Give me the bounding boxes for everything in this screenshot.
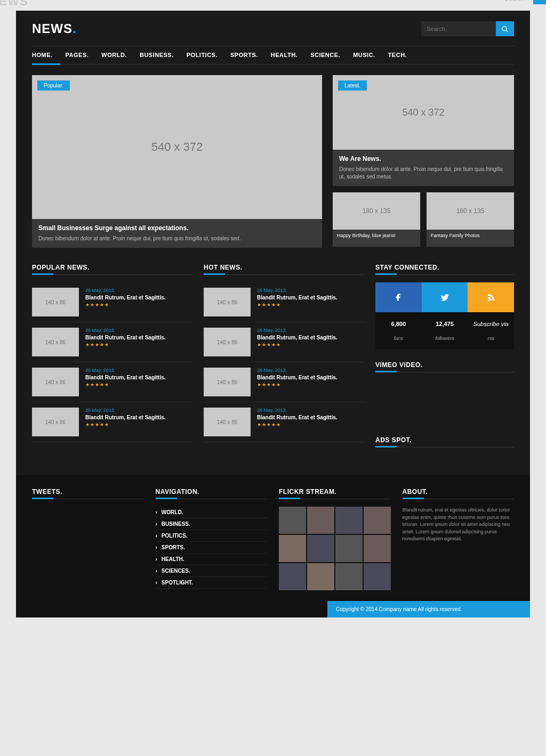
tweets-heading: TWEETS. <box>32 488 144 499</box>
thumb-image: 180 x 135 <box>333 192 420 230</box>
news-thumb: 140 x 86 <box>32 368 79 396</box>
footer-nav-item[interactable]: BUSINESS. <box>156 518 268 530</box>
logo-text: NEWS <box>32 21 73 36</box>
search-input[interactable] <box>421 21 496 36</box>
search-icon <box>501 26 509 33</box>
hero-latest-title: We Are News. <box>339 155 508 162</box>
nav-home[interactable]: HOME. <box>32 46 60 65</box>
popular-news-heading: POPULAR NEWS. <box>32 264 193 275</box>
ads-heading: ADS SPOT. <box>375 436 514 448</box>
flickr-thumb[interactable] <box>279 507 306 534</box>
hot-news-heading: HOT NEWS. <box>204 264 365 275</box>
hero-latest[interactable]: Latest. 540 x 372 We Are News. Donec bib… <box>333 75 514 186</box>
news-rating: ★★★★★ <box>85 422 166 427</box>
hero-latest-desc: Donec bibendum dolor at ante. Proin nequ… <box>339 166 508 181</box>
twitter-icon <box>440 292 449 302</box>
footer-nav-item[interactable]: POLITICS. <box>156 530 268 542</box>
hero-popular[interactable]: Popular. 540 x 372 Small Businesses Surg… <box>32 75 322 248</box>
hero-main-image: 540 x 372 <box>32 75 322 219</box>
news-date: 26 May, 2013. <box>85 368 166 373</box>
flickr-thumb[interactable] <box>307 535 334 562</box>
hero-thumb[interactable]: 180 x 135 Happy Birthday, blue jeans! <box>333 192 420 247</box>
news-date: 26 May, 2013. <box>257 368 338 373</box>
flickr-thumb[interactable] <box>307 507 334 534</box>
footer: TWEETS. NAVIGATION. WORLD. BUSINESS. POL… <box>16 475 530 617</box>
news-item[interactable]: 140 x 8626 May, 2013.Blandit Rutrum, Era… <box>32 282 193 322</box>
news-item[interactable]: 140 x 8626 May, 2013.Blandit Rutrum, Era… <box>204 402 365 442</box>
site-logo[interactable]: NEWS. <box>32 21 77 36</box>
news-date: 26 May, 2013. <box>257 408 338 413</box>
news-rating: ★★★★★ <box>85 302 166 307</box>
footer-about: ABOUT. Blandit rutrum, erat et egestas u… <box>403 488 515 590</box>
footer-nav-item[interactable]: WORLD. <box>156 507 268 518</box>
hot-news-column: HOT NEWS. 140 x 8626 May, 2013.Blandit R… <box>204 264 365 459</box>
news-title: Blandit Rutrum, Erat et Sagittis. <box>257 375 338 380</box>
news-title: Blandit Rutrum, Erat et Sagittis. <box>257 295 338 300</box>
hero-main-title: Small Businesses Surge against all expec… <box>38 224 316 232</box>
nav-science[interactable]: SCIENCE. <box>310 46 348 64</box>
news-rating: ★★★★★ <box>257 382 338 387</box>
ghost-search-button[interactable] <box>533 0 546 4</box>
flickr-thumb[interactable] <box>335 535 363 562</box>
nav-sports[interactable]: SPORTS. <box>230 46 266 64</box>
logo-dot: . <box>73 21 77 36</box>
twitter-button[interactable] <box>422 282 468 312</box>
rss-button[interactable] <box>468 282 514 312</box>
flickr-thumb[interactable] <box>364 563 391 590</box>
footer-nav-item[interactable]: SPORTS. <box>156 542 268 554</box>
nav-tech[interactable]: TECH. <box>388 46 415 64</box>
news-item[interactable]: 140 x 8626 May, 2013.Blandit Rutrum, Era… <box>32 322 193 362</box>
news-item[interactable]: 140 x 8626 May, 2013.Blandit Rutrum, Era… <box>204 282 365 322</box>
news-rating: ★★★★★ <box>257 302 338 307</box>
about-heading: ABOUT. <box>403 488 515 499</box>
search-button[interactable] <box>496 21 514 36</box>
facebook-button[interactable] <box>375 282 422 312</box>
flickr-heading: FLICKR STREAM. <box>279 488 391 499</box>
flickr-thumb[interactable] <box>307 563 334 590</box>
facebook-icon <box>394 292 403 302</box>
news-item[interactable]: 140 x 8626 May, 2013.Blandit Rutrum, Era… <box>204 362 365 402</box>
footer-nav-item[interactable]: HEALTH. <box>156 554 268 565</box>
flickr-thumb[interactable] <box>335 507 363 534</box>
navigation-heading: NAVIGATION. <box>156 488 268 499</box>
news-item[interactable]: 140 x 8626 May, 2013.Blandit Rutrum, Era… <box>32 362 193 402</box>
stay-connected-heading: STAY CONNECTED. <box>375 264 514 275</box>
thumb-image: 180 x 135 <box>427 192 514 230</box>
footer-nav-item[interactable]: SCIENCES. <box>156 565 268 577</box>
news-title: Blandit Rutrum, Erat et Sagittis. <box>257 335 338 340</box>
flickr-thumb[interactable] <box>335 563 363 590</box>
nav-health[interactable]: HEALTH. <box>271 46 305 64</box>
nav-business[interactable]: BUSINESS. <box>140 46 181 64</box>
hero-thumb[interactable]: 180 x 135 Fantasy Family Photos <box>427 192 514 247</box>
nav-world[interactable]: WORLD. <box>101 46 134 64</box>
flickr-thumb[interactable] <box>279 563 306 590</box>
flickr-thumb[interactable] <box>364 507 391 534</box>
news-date: 26 May, 2013. <box>85 408 166 413</box>
news-rating: ★★★★★ <box>257 342 338 347</box>
news-thumb: 140 x 86 <box>204 288 251 316</box>
flickr-thumb[interactable] <box>279 535 306 562</box>
hero-main-desc: Donec bibendum dolor at ante. Proin nequ… <box>38 235 316 242</box>
twitter-stats: 12,475followers <box>422 312 468 349</box>
news-thumb: 140 x 86 <box>204 368 251 396</box>
nav-pages[interactable]: PAGES. <box>66 46 97 64</box>
news-title: Blandit Rutrum, Erat et Sagittis. <box>85 375 166 380</box>
news-item[interactable]: 140 x 8626 May, 2013.Blandit Rutrum, Era… <box>204 322 365 362</box>
popular-news-column: POPULAR NEWS. 140 x 8626 May, 2013.Bland… <box>32 264 193 459</box>
footer-navigation: NAVIGATION. WORLD. BUSINESS. POLITICS. S… <box>156 488 268 590</box>
news-date: 26 May, 2013. <box>85 328 166 333</box>
news-thumb: 140 x 86 <box>32 288 79 316</box>
flickr-thumb[interactable] <box>364 535 391 562</box>
footer-flickr: FLICKR STREAM. <box>279 488 391 590</box>
news-thumb: 140 x 86 <box>204 328 251 356</box>
news-date: 26 May, 2013. <box>257 328 338 333</box>
latest-tag: Latest. <box>338 80 367 91</box>
nav-politics[interactable]: POLITICS. <box>187 46 225 64</box>
footer-nav-item[interactable]: SPOTLIGHT. <box>156 577 268 589</box>
nav-music[interactable]: MUSIC. <box>353 46 383 64</box>
news-thumb: 140 x 86 <box>204 408 251 436</box>
facebook-stats: 6,800fans <box>375 312 422 349</box>
news-item[interactable]: 140 x 8626 May, 2013.Blandit Rutrum, Era… <box>32 402 193 442</box>
ghost-search-text: Search <box>504 0 525 2</box>
news-date: 26 May, 2013. <box>257 288 338 293</box>
